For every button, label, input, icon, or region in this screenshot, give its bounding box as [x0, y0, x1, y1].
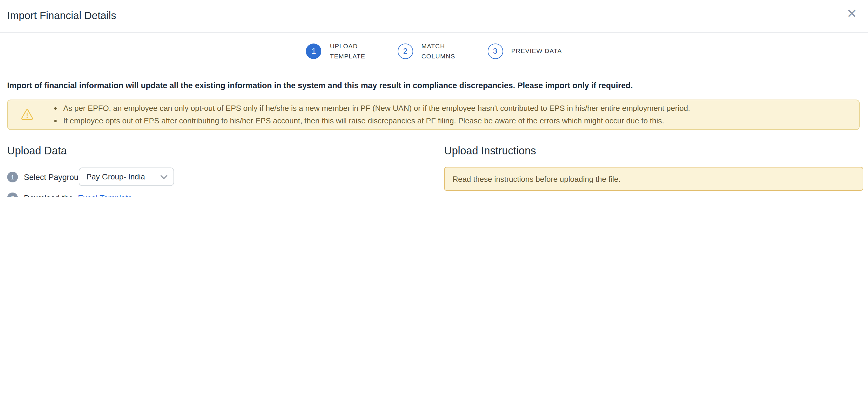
eps-warning-banner: As per EPFO, an employee can only opt-ou…	[7, 99, 860, 130]
paygroup-dropdown[interactable]: Pay Group- India	[79, 168, 174, 186]
instructions-note-box: Read these instructions before uploading…	[444, 167, 863, 191]
instructions-note-text: Read these instructions before uploading…	[445, 174, 621, 183]
excel-template-link[interactable]: Excel Template	[78, 194, 132, 197]
warning-triangle-icon	[21, 109, 33, 120]
select-paygroup-label: Select Paygroup	[24, 173, 83, 182]
warning-item: As per EPFO, an employee can only opt-ou…	[63, 102, 690, 115]
download-template-row: Download the Excel Template	[24, 194, 132, 197]
close-icon[interactable]: ✕	[846, 7, 857, 20]
stepper-step-preview-data[interactable]: 3 PREVIEW DATA	[487, 43, 562, 59]
stepper-divider	[0, 70, 868, 70]
upload-instructions-heading: Upload Instructions	[444, 145, 536, 157]
page-title: Import Financial Details	[7, 9, 116, 22]
step-3-label: PREVIEW DATA	[511, 46, 562, 56]
warning-list: As per EPFO, an employee can only opt-ou…	[33, 102, 697, 127]
stepper-step-upload-template[interactable]: 1 UPLOAD TEMPLATE	[306, 41, 366, 61]
warning-item: If employee opts out of EPS after contri…	[63, 115, 690, 127]
download-the-label: Download the	[24, 194, 73, 197]
step-3-circle: 3	[487, 43, 503, 59]
step-2-circle: 2	[398, 43, 413, 59]
step-1-label: UPLOAD TEMPLATE	[330, 41, 366, 61]
import-financial-details-modal: Import Financial Details ✕ 1 UPLOAD TEMP…	[0, 0, 868, 197]
wizard-stepper: 1 UPLOAD TEMPLATE 2 MATCH COLUMNS 3 PREV…	[0, 32, 868, 70]
step-2-label: MATCH COLUMNS	[422, 41, 455, 61]
stepper-step-match-columns[interactable]: 2 MATCH COLUMNS	[398, 41, 455, 61]
step-1-circle: 1	[306, 43, 321, 59]
chevron-down-icon	[160, 174, 167, 179]
upload-data-heading: Upload Data	[7, 145, 67, 157]
paygroup-dropdown-value: Pay Group- India	[87, 172, 160, 181]
step-badge-1: 1	[7, 172, 18, 182]
step-badge-2: 2	[7, 192, 18, 197]
compliance-notice: Import of financial information will upd…	[7, 81, 860, 90]
